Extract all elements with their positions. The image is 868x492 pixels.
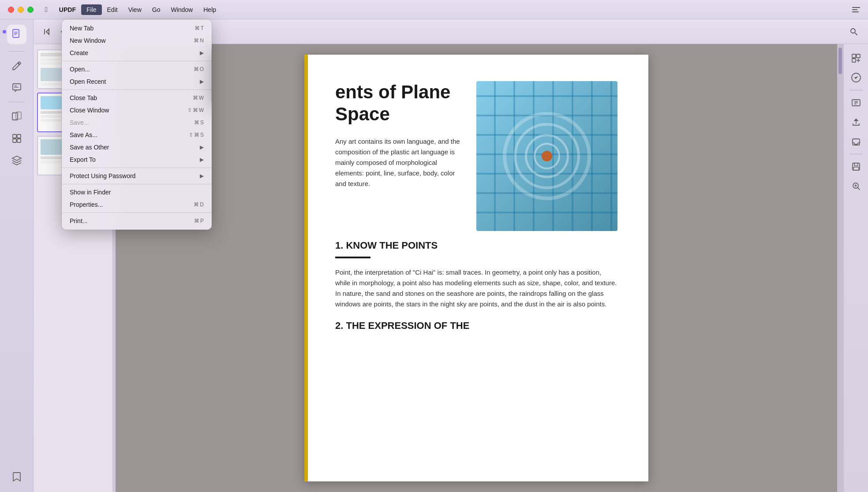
nav-first-button[interactable] (41, 25, 55, 39)
search-button[interactable] (847, 25, 861, 39)
menu-sep-1 (62, 61, 212, 61)
maximize-button[interactable] (27, 7, 34, 13)
section-2-title: 2. THE EXPRESSION OF THE (335, 320, 617, 332)
menu-item-new-tab-shortcut: ⌘T (195, 25, 204, 31)
menu-bar:  UPDF File Edit View Go Window Help (34, 0, 221, 19)
svg-rect-1 (852, 9, 857, 10)
menu-item-close-tab-shortcut: ⌘W (193, 95, 204, 101)
sidebar-left (0, 19, 34, 492)
menu-item-export-to-label: Export To (70, 156, 196, 163)
menu-item-save[interactable]: Save... ⌘S (62, 116, 212, 129)
app-name: UPDF (54, 6, 81, 13)
svg-rect-18 (852, 54, 856, 58)
svg-rect-6 (14, 34, 16, 35)
pdf-main-view: ents of Plane Space Any art contains its… (116, 44, 837, 492)
menu-item-print-label: Print... (70, 217, 194, 224)
menu-item-close-window[interactable]: Close Window ⇧⌘W (62, 104, 212, 116)
circle-center (542, 151, 552, 161)
apple-logo[interactable]:  (39, 6, 54, 14)
menu-item-protect-password[interactable]: Protect Using Password ▶ (62, 170, 212, 182)
menu-item-new-window-label: New Window (70, 37, 194, 44)
protect-password-arrow-icon: ▶ (200, 173, 204, 179)
menu-go[interactable]: Go (147, 4, 166, 15)
share-icon[interactable] (847, 113, 865, 131)
sidebar-icon-layers[interactable] (7, 151, 26, 170)
menu-item-save-as-other[interactable]: Save as Other ▶ (62, 141, 212, 153)
menu-item-open-shortcut: ⌘O (194, 66, 204, 72)
menu-window[interactable]: Window (165, 4, 198, 15)
sidebar-icon-edit[interactable] (7, 56, 26, 75)
menu-sep-5 (62, 212, 212, 213)
minimize-button[interactable] (18, 7, 24, 13)
menu-item-properties[interactable]: Properties... ⌘D (62, 198, 212, 211)
menu-file[interactable]: File (81, 4, 102, 15)
section-1-title: 1. KNOW THE POINTS (335, 240, 617, 251)
svg-rect-14 (13, 139, 16, 142)
svg-rect-20 (852, 59, 856, 62)
section-underline (335, 257, 370, 258)
right-divider-2 (849, 154, 863, 154)
sidebar-icon-bookmark[interactable] (7, 467, 26, 487)
close-button[interactable] (8, 7, 14, 13)
svg-rect-15 (17, 139, 21, 142)
svg-rect-12 (13, 134, 16, 138)
menu-item-print-shortcut: ⌘P (194, 218, 204, 224)
active-indicator (3, 30, 6, 34)
svg-rect-4 (14, 32, 18, 33)
right-divider-1 (849, 90, 863, 90)
menu-item-open[interactable]: Open... ⌘O (62, 63, 212, 75)
svg-rect-9 (14, 87, 19, 88)
menu-edit[interactable]: Edit (102, 4, 123, 15)
pdf-page: ents of Plane Space Any art contains its… (304, 55, 648, 481)
svg-rect-19 (857, 54, 860, 58)
sidebar-right (843, 44, 868, 492)
sidebar-icon-document[interactable] (7, 25, 26, 44)
sidebar-icon-pages[interactable] (7, 107, 26, 126)
scan-icon[interactable] (847, 94, 865, 112)
svg-point-17 (851, 29, 855, 33)
menu-help[interactable]: Help (198, 4, 221, 15)
menu-sep-4 (62, 184, 212, 184)
menu-item-export-to[interactable]: Export To ▶ (62, 153, 212, 166)
menu-item-new-tab[interactable]: New Tab ⌘T (62, 22, 212, 34)
menu-item-create[interactable]: Create ▶ Blank Page PDF from Selection C… (62, 47, 212, 59)
svg-rect-25 (853, 167, 859, 170)
title-bar:  UPDF File Edit View Go Window Help (0, 0, 868, 19)
right-scrollbar[interactable] (837, 44, 843, 492)
ocr-icon[interactable] (847, 49, 865, 67)
menu-item-create-label: Create (70, 49, 196, 56)
menu-item-save-as[interactable]: Save As... ⇧⌘S (62, 129, 212, 141)
menu-item-close-tab[interactable]: Close Tab ⌘W (62, 92, 212, 104)
save-icon[interactable] (847, 158, 865, 175)
menu-sep-2 (62, 89, 212, 90)
recognize-icon[interactable] (847, 69, 865, 86)
zoom-icon[interactable] (847, 177, 865, 195)
menu-item-save-label: Save... (70, 119, 194, 126)
menu-item-show-in-finder-label: Show in Finder (70, 189, 204, 196)
menu-item-new-window-shortcut: ⌘N (194, 37, 204, 44)
menu-view[interactable]: View (123, 4, 147, 15)
menu-item-show-in-finder[interactable]: Show in Finder (62, 186, 212, 198)
menu-item-close-tab-label: Close Tab (70, 94, 193, 101)
sidebar-icon-organize[interactable] (7, 129, 26, 148)
svg-rect-2 (852, 11, 859, 12)
control-center-icon[interactable] (851, 5, 861, 15)
page-left-accent (304, 55, 308, 481)
menu-item-save-as-shortcut: ⇧⌘S (189, 132, 204, 138)
menu-item-save-as-other-label: Save as Other (70, 144, 196, 151)
create-arrow-icon: ▶ (200, 50, 204, 56)
menu-item-close-window-shortcut: ⇧⌘W (187, 107, 204, 113)
pdf-image-inner (476, 81, 617, 231)
right-scrollbar-thumb[interactable] (838, 48, 842, 74)
sidebar-divider-2 (9, 102, 25, 102)
export-to-arrow-icon: ▶ (200, 157, 204, 163)
menu-item-new-window[interactable]: New Window ⌘N (62, 34, 212, 47)
menu-item-open-recent[interactable]: Open Recent ▶ (62, 75, 212, 88)
svg-rect-13 (17, 134, 21, 138)
menu-item-print[interactable]: Print... ⌘P (62, 215, 212, 227)
open-recent-arrow-icon: ▶ (200, 78, 204, 85)
sidebar-icon-annotate[interactable] (7, 78, 26, 97)
menu-item-open-label: Open... (70, 66, 194, 73)
menu-sep-3 (62, 168, 212, 168)
inbox-icon[interactable] (847, 133, 865, 150)
